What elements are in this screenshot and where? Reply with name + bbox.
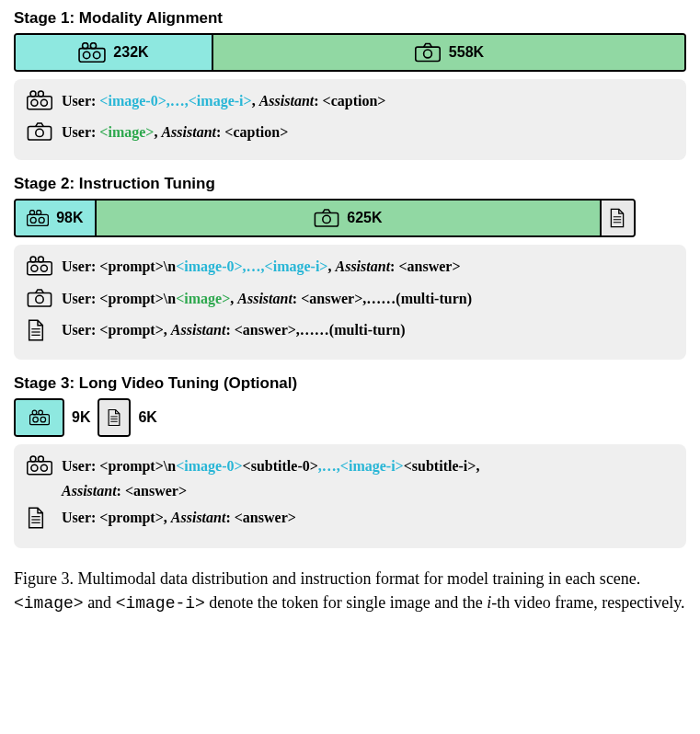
- stage-1-bar: 232K 558K: [14, 33, 686, 72]
- document-icon: [27, 319, 45, 341]
- video-camera-icon: [27, 90, 52, 110]
- stage-1-seg-video: 232K: [16, 35, 213, 70]
- stage-2-image-count: 625K: [347, 210, 382, 226]
- photo-camera-icon: [414, 42, 442, 63]
- stage-1: Stage 1: Modality Alignment 232K 558K Us…: [14, 9, 686, 160]
- video-camera-icon: [78, 42, 106, 63]
- stage-1-video-count: 232K: [113, 44, 148, 61]
- stage-2-title: Stage 2: Instruction Tuning: [14, 175, 686, 193]
- stage-2-seg-video: 98K: [16, 201, 97, 235]
- stage-3-row-video: User: <prompt>\n<image-0><subtitle-0>,…,…: [27, 453, 673, 503]
- stage-2-row-video: User: <prompt>\n<image-0>,…,<image-i>, A…: [27, 254, 673, 283]
- stage-2-row-image: User: <prompt>\n<image>, Assistant: <ans…: [27, 286, 673, 315]
- photo-camera-icon: [27, 121, 52, 142]
- document-icon: [27, 507, 45, 529]
- stage-3: Stage 3: Long Video Tuning (Optional) 9K…: [14, 374, 686, 548]
- stage-2: Stage 2: Instruction Tuning 98K 625K 40K…: [14, 175, 686, 360]
- stage-1-row-image: User: <image>, Assistant: <caption>: [27, 120, 673, 149]
- video-camera-icon: [27, 210, 49, 226]
- video-camera-icon: [27, 256, 52, 276]
- stage-1-row-video: User: <image-0>,…,<image-i>, Assistant: …: [27, 88, 673, 118]
- stage-2-row-text: User: <prompt>, Assistant: <answer>,……(m…: [27, 317, 673, 349]
- stage-3-text-count: 6K: [138, 409, 156, 426]
- stage-3-seg-video: [14, 398, 64, 437]
- video-camera-icon: [29, 409, 50, 426]
- stage-3-format-box: User: <prompt>\n<image-0><subtitle-0>,…,…: [14, 444, 686, 548]
- photo-camera-icon: [314, 208, 339, 228]
- stage-1-title: Stage 1: Modality Alignment: [14, 9, 686, 28]
- stage-2-seg-text: [602, 201, 634, 235]
- stage-2-format-box: User: <prompt>\n<image-0>,…,<image-i>, A…: [14, 245, 686, 360]
- stage-1-seg-image: 558K: [213, 35, 684, 70]
- document-icon: [107, 408, 121, 427]
- document-icon: [609, 208, 625, 228]
- figure-caption: Figure 3. Multimodal data distribution a…: [14, 567, 686, 615]
- stage-1-image-count: 558K: [449, 44, 484, 61]
- stage-3-seg-text: [98, 398, 131, 437]
- video-camera-icon: [27, 455, 52, 476]
- stage-3-row-text: User: <prompt>, Assistant: <answer>: [27, 505, 673, 536]
- stage-1-format-box: User: <image-0>,…,<image-i>, Assistant: …: [14, 79, 686, 160]
- stage-3-video-count: 9K: [72, 409, 90, 426]
- stage-2-bar: 98K 625K: [14, 199, 636, 237]
- stage-2-seg-image: 625K: [97, 201, 602, 235]
- photo-camera-icon: [27, 288, 52, 308]
- stage-3-title: Stage 3: Long Video Tuning (Optional): [14, 374, 686, 393]
- stage-2-video-count: 98K: [56, 210, 83, 226]
